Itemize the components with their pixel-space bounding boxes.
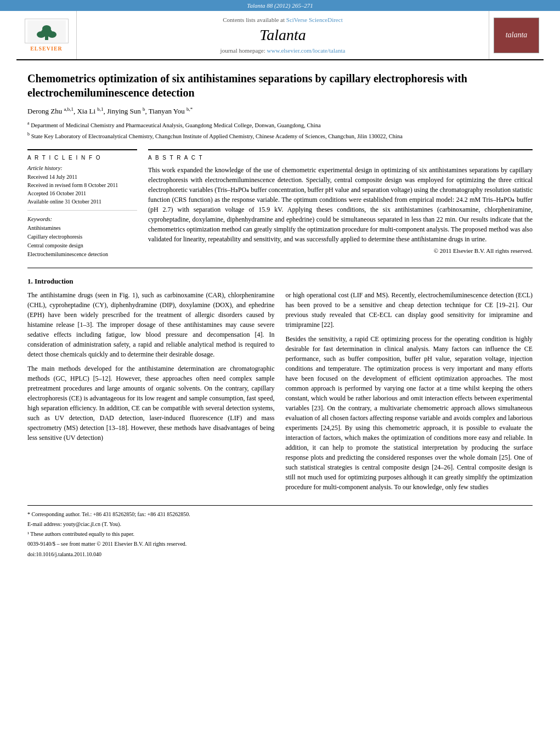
article-info-label: A R T I C L E I N F O	[27, 155, 137, 161]
email-name: (T. You).	[102, 521, 121, 527]
affiliation-a: a Department of Medicinal Chemistry and …	[27, 120, 533, 129]
footnotes-section: * Corresponding author. Tel.: +86 431 85…	[27, 505, 533, 558]
intro-para-3: or high operational cost (LIF and MS). R…	[286, 290, 533, 330]
introduction-right-col: or high operational cost (LIF and MS). R…	[286, 290, 533, 496]
article-info-box: A R T I C L E I N F O Article history: R…	[27, 149, 137, 259]
email-address: youty@ciac.jl.cn	[63, 521, 100, 527]
keyword-3: Central composite design	[27, 241, 137, 250]
doi-line: doi:10.1016/j.talanta.2011.10.040	[27, 550, 533, 558]
paper-title: Chemometrics optimization of six antihis…	[27, 71, 533, 100]
keyword-2: Capillary electrophoresis	[27, 233, 137, 241]
abstract-col: A B S T R A C T This work expanded the k…	[148, 149, 533, 259]
journal-citation-text: Talanta 88 (2012) 265–271	[247, 2, 313, 9]
journal-center: Contents lists available at SciVerse Sci…	[77, 11, 489, 59]
abstract-label: A B S T R A C T	[148, 155, 533, 161]
introduction-section: 1. Introduction The antihistamine drugs …	[27, 277, 533, 496]
talanta-logo-box: talanta	[489, 11, 544, 59]
affiliation-b: b State Key Laboratory of Electroanalyti…	[27, 131, 533, 140]
received-date: Received 14 July 2011	[27, 173, 137, 181]
accepted-date: Accepted 16 October 2011	[27, 189, 137, 197]
email-label: E-mail address:	[27, 521, 61, 527]
keywords-section: Keywords: Antihistamines Capillary elect…	[27, 216, 137, 259]
section-title: 1. Introduction	[27, 277, 533, 286]
elsevier-logo-container: ELSEVIER	[16, 11, 77, 59]
contents-link: Contents lists available at SciVerse Sci…	[223, 16, 342, 23]
journal-homepage: journal homepage: www.elsevier.com/locat…	[220, 47, 346, 54]
introduction-columns: The antihistamine drugs (seen in Fig. 1)…	[27, 290, 533, 496]
article-info-col: A R T I C L E I N F O Article history: R…	[27, 149, 137, 259]
journal-header: ELSEVIER Contents lists available at Sci…	[16, 11, 544, 60]
journal-info: 0039-9140/$ – see front matter © 2011 El…	[27, 540, 533, 548]
intro-para-1: The antihistamine drugs (seen in Fig. 1)…	[27, 290, 275, 359]
article-history: Article history: Received 14 July 2011 R…	[27, 165, 137, 211]
homepage-link[interactable]: www.elsevier.com/locate/talanta	[267, 47, 346, 54]
section-name: Introduction	[35, 277, 73, 285]
keyword-1: Antihistamines	[27, 224, 137, 233]
talanta-logo-text: talanta	[506, 31, 528, 39]
abstract-text: This work expanded the knowledge of the …	[148, 165, 533, 244]
authors-text: Derong Zhu a,b,1, Xia Li b,1, Jinying Su…	[27, 107, 193, 115]
intro-para-4: Besides the sensitivity, a rapid CE opti…	[286, 334, 533, 492]
journal-title: Talanta	[259, 26, 306, 44]
section-number: 1.	[27, 277, 33, 285]
svg-point-4	[48, 31, 56, 38]
abstract-box: A B S T R A C T This work expanded the k…	[148, 149, 533, 254]
received-revised-date: Received in revised form 8 October 2011	[27, 181, 137, 189]
copyright-line: © 2011 Elsevier B.V. All rights reserved…	[148, 247, 533, 254]
journal-citation-bar: Talanta 88 (2012) 265–271	[0, 0, 560, 11]
homepage-label: journal homepage:	[220, 47, 265, 54]
keywords-title: Keywords:	[27, 216, 137, 222]
corresponding-author: * Corresponding author. Tel.: +86 431 85…	[27, 510, 533, 518]
svg-point-5	[42, 25, 51, 32]
equal-contribution: ¹ These authors contributed equally to t…	[27, 530, 533, 538]
contents-text: Contents lists available at	[223, 16, 285, 23]
article-info-abstract: A R T I C L E I N F O Article history: R…	[27, 149, 533, 259]
available-date: Available online 31 October 2011	[27, 197, 137, 206]
talanta-journal-image: talanta	[494, 18, 539, 53]
elsevier-label: ELSEVIER	[30, 46, 63, 52]
intro-para-2: The main methods developed for the antih…	[27, 364, 275, 443]
sciverse-link[interactable]: SciVerse ScienceDirect	[286, 16, 343, 23]
introduction-left-col: The antihistamine drugs (seen in Fig. 1)…	[27, 290, 275, 496]
history-title: Article history:	[27, 165, 137, 171]
affiliations: a Department of Medicinal Chemistry and …	[27, 120, 533, 140]
elsevier-logo-image	[25, 19, 69, 43]
keyword-4: Electrochemiluminescence detection	[27, 250, 137, 259]
email-line: E-mail address: youty@ciac.jl.cn (T. You…	[27, 520, 533, 528]
authors-line: Derong Zhu a,b,1, Xia Li b,1, Jinying Su…	[27, 106, 533, 116]
paper-container: Chemometrics optimization of six antihis…	[0, 60, 560, 571]
svg-point-3	[37, 31, 46, 38]
section-divider	[27, 268, 533, 268]
